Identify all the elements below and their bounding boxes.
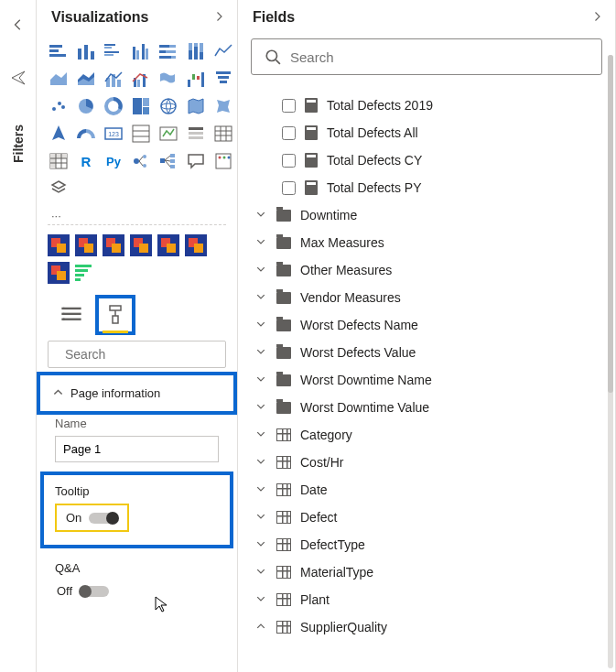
stacked-column-chart-icon[interactable] [75,40,97,62]
qa-visual-icon[interactable] [185,150,207,172]
tooltip-section: Tooltip On [44,475,230,545]
custom-visuals-row [48,224,226,289]
custom-visual-icon[interactable] [103,234,124,256]
chevron-right-icon[interactable] [213,10,224,25]
svg-rect-75 [160,158,165,163]
clustered-column-chart-icon[interactable] [130,40,152,62]
scrollbar[interactable] [608,55,613,668]
field-measure-item[interactable]: Total Defects PY [251,174,602,201]
hundred-stacked-bar-icon[interactable] [157,40,179,62]
hundred-stacked-column-icon[interactable] [185,40,207,62]
custom-visual-icon[interactable] [75,234,97,256]
page-information-section[interactable]: Page information [40,375,233,411]
scatter-chart-icon[interactable] [48,95,70,117]
line-stacked-column-icon[interactable] [103,68,124,90]
line-clustered-column-icon[interactable] [130,68,152,90]
slicer-icon[interactable] [185,123,207,145]
ribbon-chart-icon[interactable] [157,68,179,90]
custom-visual-icon[interactable] [157,234,179,256]
field-folder-item[interactable]: Worst Downtime Value [251,394,602,421]
smart-narrative-icon[interactable] [212,150,234,172]
filled-map-icon[interactable] [185,95,207,117]
paginated-report-icon[interactable] [48,178,70,200]
field-checkbox[interactable] [282,154,296,168]
stacked-area-chart-icon[interactable] [75,68,97,90]
chevron-up-icon [53,387,63,399]
area-chart-icon[interactable] [48,68,70,90]
field-table-item[interactable]: SupplierQuality [251,613,602,641]
field-folder-item[interactable]: Downtime [251,201,602,229]
field-label: Total Defects All [327,125,418,140]
r-visual-icon[interactable]: R [75,150,97,172]
send-icon[interactable] [11,70,26,88]
page-name-input[interactable] [55,436,219,462]
chevron-left-icon[interactable] [12,18,25,34]
format-search[interactable] [48,341,226,368]
field-table-item[interactable]: MaterialType [251,558,602,586]
clustered-bar-chart-icon[interactable] [103,40,124,62]
funnel-chart-icon[interactable] [212,68,234,90]
fields-tab-icon[interactable] [55,298,88,331]
field-folder-item[interactable]: Other Measures [251,256,602,284]
svg-rect-45 [143,98,149,106]
qa-toggle[interactable]: Off [55,580,111,602]
field-measure-item[interactable]: Total Defects CY [251,146,602,174]
fields-search[interactable] [251,38,602,75]
field-checkbox[interactable] [282,181,296,195]
field-table-item[interactable]: Plant [251,586,602,613]
field-folder-item[interactable]: Worst Downtime Name [251,366,602,394]
more-visuals-button[interactable]: ··· [48,207,226,224]
tornado-chart-icon[interactable] [75,262,97,284]
custom-visual-icon[interactable] [48,262,70,284]
format-tab-icon[interactable] [99,298,132,331]
custom-visual-icon[interactable] [130,234,152,256]
field-measure-item[interactable]: Total Defects All [251,119,602,146]
field-table-item[interactable]: Date [251,476,602,504]
matrix-visual-icon[interactable] [48,150,70,172]
chevron-down-icon [254,457,267,468]
custom-visual-icon[interactable] [48,234,70,256]
shape-map-icon[interactable] [212,95,234,117]
card-icon[interactable]: 123 [103,123,124,145]
field-checkbox[interactable] [282,126,296,140]
folder-icon [276,374,291,386]
python-visual-icon[interactable]: Py [103,150,124,172]
tooltip-toggle[interactable]: On [55,504,129,532]
donut-chart-icon[interactable] [103,95,124,117]
field-folder-item[interactable]: Max Measures [251,229,602,256]
multi-row-card-icon[interactable] [130,123,152,145]
format-search-input[interactable] [65,347,225,362]
field-table-item[interactable]: Defect [251,504,602,531]
field-table-item[interactable]: Category [251,421,602,449]
stacked-bar-chart-icon[interactable] [48,40,70,62]
line-chart-icon[interactable] [212,40,234,62]
field-checkbox[interactable] [282,99,296,113]
map-icon[interactable] [157,95,179,117]
field-measure-item[interactable]: Total Defects 2019 [251,92,602,119]
chevron-right-icon[interactable] [591,10,602,25]
field-folder-item[interactable]: Vendor Measures [251,284,602,311]
field-table-item[interactable]: Cost/Hr [251,449,602,476]
chevron-down-icon [254,484,267,495]
svg-point-85 [228,157,231,159]
azure-map-icon[interactable] [48,123,70,145]
treemap-chart-icon[interactable] [130,95,152,117]
toggle-state-label: Off [57,584,72,598]
format-tab-strip [48,289,226,337]
field-folder-item[interactable]: Worst Defects Name [251,311,602,339]
key-influencers-icon[interactable] [130,150,152,172]
table-icon [276,428,291,441]
field-table-item[interactable]: DefectType [251,531,602,558]
decomposition-tree-icon[interactable] [157,150,179,172]
pie-chart-icon[interactable] [75,95,97,117]
fields-search-input[interactable] [290,49,589,65]
kpi-icon[interactable] [157,123,179,145]
svg-rect-56 [189,132,203,135]
gauge-icon[interactable] [75,123,97,145]
table-visual-icon[interactable] [212,123,234,145]
fields-panel: Fields Total Defects 2019 Total Defects … [238,0,616,672]
field-folder-item[interactable]: Worst Defects Value [251,339,602,366]
filters-collapsed-label[interactable]: Filters [11,125,26,163]
custom-visual-icon[interactable] [185,234,207,256]
waterfall-chart-icon[interactable] [185,68,207,90]
